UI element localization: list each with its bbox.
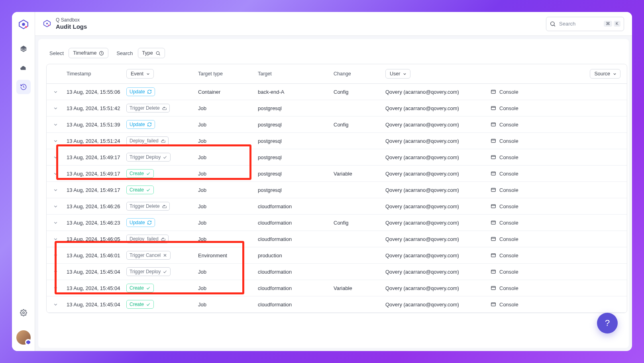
cell-change: Variable — [331, 285, 383, 291]
cell-timestamp: 13 Aug, 2024, 15:46:26 — [64, 203, 124, 209]
col-target-type: Target type — [196, 69, 255, 78]
col-timestamp: Timestamp — [64, 69, 124, 78]
cell-timestamp: 13 Aug, 2024, 15:51:24 — [64, 138, 124, 144]
window-icon — [491, 105, 496, 111]
expand-toggle[interactable] — [47, 106, 64, 111]
svg-point-2 — [25, 26, 27, 28]
cell-source: Console — [491, 187, 627, 193]
table-row[interactable]: 13 Aug, 2024, 15:51:24Deploy_failedJobpo… — [47, 133, 627, 149]
cell-timestamp: 13 Aug, 2024, 15:55:06 — [64, 89, 124, 95]
table-row[interactable]: 13 Aug, 2024, 15:51:39UpdateJobpostgresq… — [47, 116, 627, 133]
cell-timestamp: 13 Aug, 2024, 15:51:39 — [64, 122, 124, 128]
expand-toggle[interactable] — [47, 155, 64, 160]
settings-icon[interactable] — [16, 306, 31, 320]
table-row[interactable]: 13 Aug, 2024, 15:45:04Trigger DeployJobc… — [47, 264, 627, 280]
window-icon — [491, 171, 496, 176]
svg-point-3 — [22, 312, 24, 314]
table-row[interactable]: 13 Aug, 2024, 15:49:17CreateJobpostgresq… — [47, 166, 627, 182]
svg-point-7 — [48, 24, 49, 26]
event-badge: Deploy_failed — [126, 136, 169, 145]
cell-source: Console — [491, 285, 627, 291]
timeframe-filter[interactable]: Timeframe — [69, 48, 108, 58]
expand-toggle[interactable] — [47, 204, 64, 209]
svg-rect-27 — [491, 205, 496, 208]
help-button[interactable]: ? — [597, 313, 618, 333]
svg-rect-23 — [491, 172, 496, 175]
cell-target: cloudformation — [255, 236, 331, 242]
expand-toggle[interactable] — [47, 138, 64, 144]
col-event-filter[interactable]: Event — [126, 69, 154, 79]
table-row[interactable]: 13 Aug, 2024, 15:46:26Trigger DeleteJobc… — [47, 198, 627, 215]
x-icon — [163, 253, 167, 258]
expand-toggle[interactable] — [47, 187, 64, 193]
event-badge: Trigger Cancel — [126, 251, 171, 260]
cell-target: cloudformation — [255, 285, 331, 291]
expand-toggle[interactable] — [47, 89, 64, 95]
chevron-down-icon — [146, 72, 150, 76]
refresh-icon — [147, 122, 152, 127]
col-user-filter[interactable]: User — [385, 69, 410, 79]
window-icon — [491, 122, 496, 127]
chevron-down-icon — [53, 204, 58, 209]
table-row[interactable]: 13 Aug, 2024, 15:49:17CreateJobpostgresq… — [47, 182, 627, 198]
svg-rect-17 — [491, 123, 496, 126]
table-row[interactable]: 13 Aug, 2024, 15:46:05Deploy_failedJobcl… — [47, 231, 627, 247]
expand-toggle[interactable] — [47, 220, 64, 225]
expand-toggle[interactable] — [47, 122, 64, 127]
expand-toggle[interactable] — [47, 286, 64, 291]
cell-user: Qovery (acarrano@qovery.com) — [383, 253, 491, 258]
expand-toggle[interactable] — [47, 302, 64, 307]
cell-target-type: Job — [196, 138, 255, 144]
cell-target: postgresql — [255, 187, 331, 193]
cell-user: Qovery (acarrano@qovery.com) — [383, 302, 491, 308]
expand-toggle[interactable] — [47, 171, 64, 176]
cell-source: Console — [491, 302, 627, 308]
window-icon — [491, 253, 496, 258]
table-row[interactable]: 13 Aug, 2024, 15:55:06UpdateContainerbac… — [47, 84, 627, 100]
cell-change: Config — [331, 220, 383, 226]
event-badge: Create — [126, 169, 154, 178]
expand-toggle[interactable] — [47, 253, 64, 258]
avatar[interactable] — [16, 330, 31, 345]
cell-target-type: Environment — [196, 253, 255, 258]
cell-user: Qovery (acarrano@qovery.com) — [383, 154, 491, 160]
window-icon — [491, 89, 496, 95]
window-icon — [491, 154, 496, 160]
table-row[interactable]: 13 Aug, 2024, 15:49:17Trigger DeployJobp… — [47, 149, 627, 166]
table-row[interactable]: 13 Aug, 2024, 15:45:04CreateJobcloudform… — [47, 296, 627, 313]
table-row[interactable]: 13 Aug, 2024, 15:45:04CreateJobcloudform… — [47, 280, 627, 296]
chevron-down-icon — [53, 106, 58, 111]
select-label: Select — [49, 50, 64, 56]
svg-rect-31 — [491, 237, 496, 241]
table-row[interactable]: 13 Aug, 2024, 15:46:01Trigger CancelEnvi… — [47, 247, 627, 264]
table-row[interactable]: 13 Aug, 2024, 15:51:42Trigger DeleteJobp… — [47, 100, 627, 116]
check-icon — [146, 286, 151, 290]
check-icon — [163, 155, 167, 160]
search-icon — [155, 51, 161, 56]
cell-user: Qovery (acarrano@qovery.com) — [383, 89, 491, 95]
history-icon[interactable] — [16, 80, 31, 94]
svg-marker-4 — [26, 340, 30, 344]
search-icon — [550, 21, 556, 27]
table-row[interactable]: 13 Aug, 2024, 15:46:23UpdateJobcloudform… — [47, 215, 627, 231]
window-icon — [491, 236, 496, 242]
audit-log-table: Timestamp Event Target type Target Chang… — [46, 64, 627, 313]
svg-rect-39 — [491, 286, 496, 290]
chevron-down-icon — [53, 253, 58, 258]
chevron-down-icon — [53, 138, 58, 144]
filters-bar: Select Timeframe Search Type — [43, 46, 624, 64]
event-badge: Trigger Deploy — [126, 267, 171, 276]
cloud-icon[interactable] — [16, 61, 31, 75]
cell-source: Console — [491, 236, 627, 242]
clock-icon — [99, 51, 104, 56]
cell-target: back-end-A — [255, 89, 331, 95]
type-filter[interactable]: Type — [138, 48, 165, 58]
cell-source: Console — [491, 220, 627, 226]
cell-source: Console — [491, 138, 627, 144]
layers-icon[interactable] — [16, 41, 31, 56]
search-shortcut: ⌘ K — [604, 21, 620, 27]
expand-toggle[interactable] — [47, 269, 64, 274]
col-source-filter[interactable]: Source — [590, 69, 620, 79]
expand-toggle[interactable] — [47, 237, 64, 242]
search-input[interactable]: Search ⌘ K — [546, 17, 624, 31]
